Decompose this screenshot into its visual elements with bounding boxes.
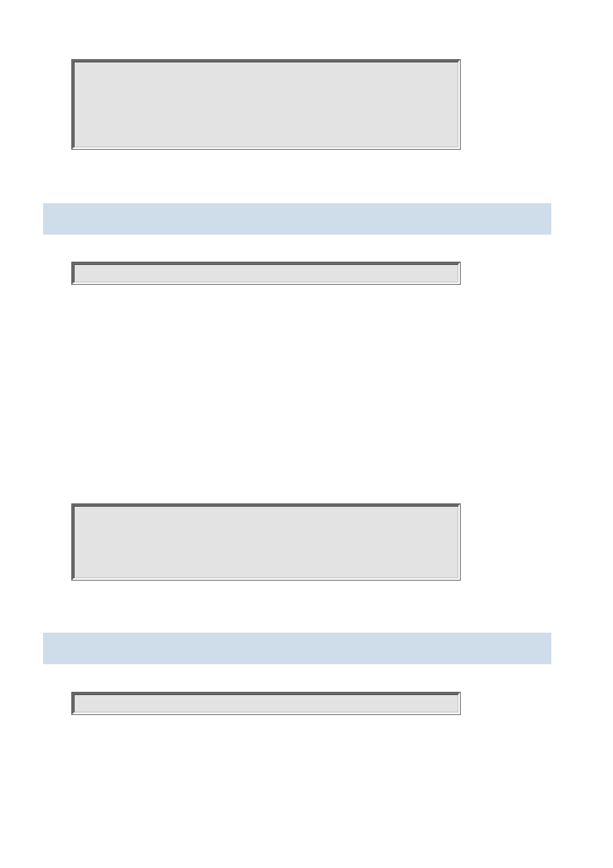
page <box>0 0 613 868</box>
highlight-bar-1 <box>43 203 551 235</box>
inset-panel-4 <box>72 692 460 714</box>
inset-panel-1 <box>72 60 460 149</box>
highlight-bar-2 <box>43 633 551 664</box>
inset-panel-3 <box>72 504 460 580</box>
inset-panel-2 <box>72 262 460 284</box>
